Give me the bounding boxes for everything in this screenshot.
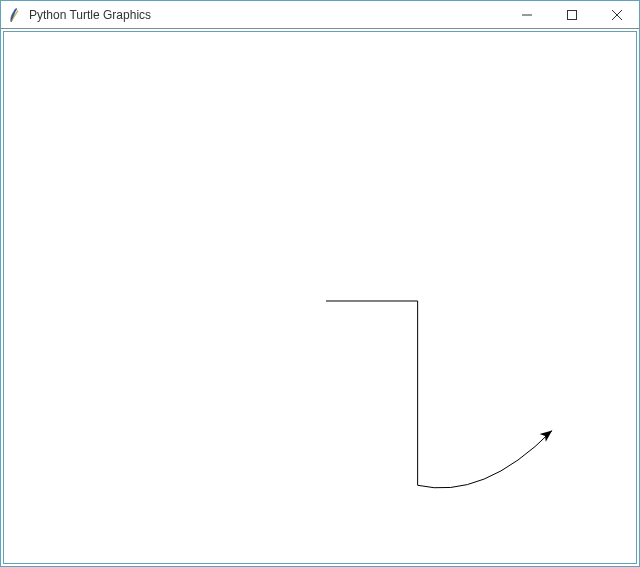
titlebar: Python Turtle Graphics	[1, 1, 639, 29]
turtle-drawing	[4, 32, 636, 563]
maximize-icon	[567, 10, 577, 20]
close-button[interactable]	[594, 1, 639, 28]
turtle-canvas	[3, 31, 637, 564]
minimize-icon	[522, 10, 532, 20]
window-title: Python Turtle Graphics	[29, 8, 504, 22]
turtle-arc	[418, 430, 552, 487]
maximize-button[interactable]	[549, 1, 594, 28]
app-window: Python Turtle Graphics	[0, 0, 640, 567]
minimize-button[interactable]	[504, 1, 549, 28]
python-feather-icon	[7, 7, 23, 23]
window-controls	[504, 1, 639, 28]
turtle-cursor	[540, 427, 556, 442]
svg-rect-1	[567, 10, 576, 19]
svg-marker-4	[540, 427, 556, 442]
close-icon	[612, 10, 622, 20]
